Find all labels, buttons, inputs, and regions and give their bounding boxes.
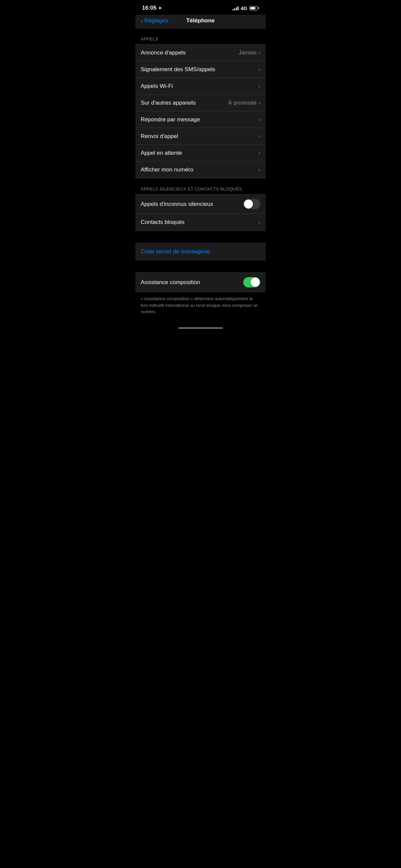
- settings-item-code-secret[interactable]: Code secret de messagerie: [135, 243, 266, 260]
- settings-group-code-secret: Code secret de messagerie: [135, 243, 266, 260]
- settings-item-afficher-numero[interactable]: Afficher mon numéro ›: [135, 161, 266, 178]
- settings-item-contacts-bloques[interactable]: Contacts bloqués ›: [135, 214, 266, 230]
- settings-item-signalement-sms[interactable]: Signalement des SMS/appels ›: [135, 61, 266, 78]
- settings-group-appels: Annonce d'appels Jamais › Signalement de…: [135, 44, 266, 179]
- chevron-icon: ›: [259, 134, 260, 139]
- spacer-2: [135, 260, 266, 272]
- toggle-knob-assistance: [251, 278, 260, 287]
- back-label: Réglages: [144, 18, 168, 24]
- chevron-icon: ›: [259, 167, 260, 173]
- spacer-1: [135, 231, 266, 243]
- item-label-numero: Afficher mon numéro: [141, 166, 259, 173]
- settings-group-silencieux: Appels d'inconnus silencieux Contacts bl…: [135, 194, 266, 231]
- item-label-inconnus: Appels d'inconnus silencieux: [141, 201, 243, 208]
- chevron-icon: ›: [259, 100, 260, 105]
- toggle-inconnus-silencieux[interactable]: [243, 199, 260, 209]
- item-label-repondre: Répondre par message: [141, 116, 259, 123]
- section-header-silencieux: APPELS SILENCIEUX ET CONTACTS BLOQUÉS: [135, 179, 266, 194]
- page-title: Téléphone: [186, 18, 215, 24]
- chevron-icon: ›: [259, 150, 260, 156]
- item-label-annonce: Annonce d'appels: [141, 50, 239, 56]
- back-button[interactable]: ‹ Réglages: [141, 18, 168, 24]
- assistance-description: « Assistance composition » détermine aut…: [135, 292, 266, 323]
- location-icon: ➤: [158, 6, 162, 10]
- signal-bar-4: [238, 6, 239, 10]
- item-label-attente: Appel en attente: [141, 150, 259, 156]
- item-label-autres: Sur d'autres appareils: [141, 100, 228, 106]
- toggle-knob: [244, 199, 253, 209]
- chevron-left-icon: ‹: [141, 18, 143, 24]
- battery-icon: [249, 6, 259, 10]
- settings-item-assistance-composition[interactable]: Assistance composition: [135, 273, 266, 292]
- item-value-autres: À proximité: [228, 100, 257, 106]
- item-label-signalement: Signalement des SMS/appels: [141, 66, 259, 73]
- item-label-renvoi: Renvoi d'appel: [141, 133, 259, 140]
- item-label-assistance: Assistance composition: [141, 279, 243, 286]
- home-indicator: [135, 323, 266, 332]
- settings-item-annonce-appels[interactable]: Annonce d'appels Jamais ›: [135, 44, 266, 61]
- nav-bar: ‹ Réglages Téléphone: [135, 15, 266, 28]
- section-header-appels: APPELS: [135, 28, 266, 44]
- toggle-assistance-composition[interactable]: [243, 277, 260, 287]
- settings-item-repondre-message[interactable]: Répondre par message ›: [135, 111, 266, 128]
- chevron-icon: ›: [259, 50, 260, 56]
- signal-bar-1: [233, 9, 234, 10]
- network-type: 4G: [241, 5, 247, 11]
- chevron-icon: ›: [259, 84, 260, 89]
- settings-group-assistance: Assistance composition: [135, 272, 266, 292]
- home-bar: [178, 327, 223, 329]
- signal-bar-2: [234, 8, 235, 10]
- item-value-annonce: Jamais: [239, 50, 257, 56]
- settings-item-renvoi-appel[interactable]: Renvoi d'appel ›: [135, 128, 266, 145]
- item-label-code-secret: Code secret de messagerie: [141, 248, 260, 255]
- signal-bars: [233, 6, 239, 10]
- signal-bar-3: [236, 7, 237, 10]
- settings-item-appels-wifi[interactable]: Appels Wi-Fi ›: [135, 78, 266, 95]
- settings-item-inconnus-silencieux[interactable]: Appels d'inconnus silencieux: [135, 194, 266, 214]
- time-display: 16:05: [142, 5, 156, 11]
- item-label-wifi: Appels Wi-Fi: [141, 83, 259, 90]
- settings-item-autres-appareils[interactable]: Sur d'autres appareils À proximité ›: [135, 95, 266, 111]
- chevron-icon: ›: [259, 117, 260, 122]
- status-icons: 4G: [233, 5, 259, 11]
- chevron-icon: ›: [259, 220, 260, 225]
- status-bar: 16:05 ➤ 4G: [135, 0, 266, 15]
- status-time: 16:05 ➤: [142, 5, 162, 11]
- settings-item-appel-attente[interactable]: Appel en attente ›: [135, 145, 266, 161]
- item-label-bloques: Contacts bloqués: [141, 219, 259, 226]
- chevron-icon: ›: [259, 67, 260, 72]
